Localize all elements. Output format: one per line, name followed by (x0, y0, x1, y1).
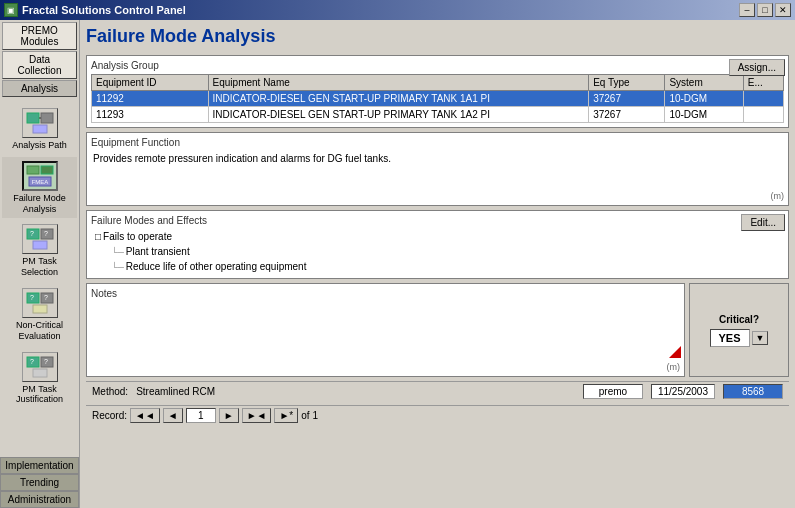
cell-system: 10-DGM (665, 91, 743, 107)
pm-task-label: PM Task Selection (4, 256, 75, 278)
critical-dropdown-arrow[interactable]: ▼ (752, 331, 769, 345)
svg-rect-3 (33, 125, 47, 133)
equipment-function-text: Provides remote pressuren indication and… (91, 151, 784, 191)
equipment-table: Equipment ID Equipment Name Eq Type Syst… (91, 74, 784, 123)
svg-text:?: ? (30, 230, 34, 237)
tree-item: └─ Reduce life of other operating equipm… (91, 259, 784, 274)
pm-justification-label: PM Task Justification (4, 384, 75, 406)
nav-current-page[interactable] (186, 408, 216, 423)
cell-id: 11292 (92, 91, 209, 107)
analysis-group-panel: Analysis Group Assign... Equipment ID Eq… (86, 55, 789, 128)
tree-expand-icon[interactable]: □ (95, 231, 101, 242)
notes-label: Notes (91, 288, 680, 299)
svg-rect-4 (27, 166, 39, 174)
cell-name: INDICATOR-DIESEL GEN START-UP PRIMARY TA… (208, 107, 589, 123)
status-field-1: premo (583, 384, 643, 399)
failure-modes-label: Failure Modes and Effects (91, 215, 784, 226)
svg-text:?: ? (44, 230, 48, 237)
svg-text:?: ? (44, 358, 48, 365)
bottom-row: Notes (m) Critical? YES ▼ (86, 283, 789, 377)
nav-total-pages: 1 (313, 410, 319, 421)
non-critical-icon: ? ? (22, 288, 58, 318)
tab-analysis[interactable]: Analysis (2, 80, 77, 97)
nav-prev-button[interactable]: ◄ (163, 408, 183, 423)
assign-button[interactable]: Assign... (729, 59, 785, 76)
nav-last-button[interactable]: ►◄ (242, 408, 272, 423)
table-row[interactable]: 11292 INDICATOR-DIESEL GEN START-UP PRIM… (92, 91, 784, 107)
status-field-3: 8568 (723, 384, 783, 399)
equipment-function-panel: Equipment Function Provides remote press… (86, 132, 789, 206)
notes-m-label: (m) (91, 362, 680, 372)
nav-end-button[interactable]: ►* (274, 408, 298, 423)
tree-item: └─ Plant transient (91, 244, 784, 259)
notes-text[interactable] (91, 302, 680, 362)
nav-of-label: of (301, 410, 309, 421)
tree-item-label: Reduce life of other operating equipment (126, 261, 307, 272)
minimize-button[interactable]: – (739, 3, 755, 17)
app-icon: ▣ (4, 3, 18, 17)
maximize-button[interactable]: □ (757, 3, 773, 17)
svg-rect-0 (27, 113, 39, 123)
table-row[interactable]: 11293 INDICATOR-DIESEL GEN START-UP PRIM… (92, 107, 784, 123)
cell-system: 10-DGM (665, 107, 743, 123)
sidebar-item-analysis-path[interactable]: Analysis Path (2, 104, 77, 155)
equipment-function-label: Equipment Function (91, 137, 784, 148)
status-bar: Method: Streamlined RCM premo 11/25/2003… (86, 381, 789, 401)
svg-text:?: ? (30, 294, 34, 301)
window-controls: – □ ✕ (739, 3, 791, 17)
cell-e (743, 107, 783, 123)
tree-item-label: Plant transient (126, 246, 190, 257)
window-title: Fractal Solutions Control Panel (22, 4, 186, 16)
sidebar-section-administration[interactable]: Administration (0, 491, 79, 508)
col-eq-type: Eq Type (589, 75, 665, 91)
cell-eq-type: 37267 (589, 91, 665, 107)
failure-mode-label: Failure Mode Analysis (4, 193, 75, 215)
sidebar-item-pm-justification[interactable]: ? ? PM Task Justification (2, 348, 77, 410)
nav-next-button[interactable]: ► (219, 408, 239, 423)
page-title: Failure Mode Analysis (86, 26, 789, 47)
method-value: Streamlined RCM (136, 386, 215, 397)
status-field-2: 11/25/2003 (651, 384, 715, 399)
record-label: Record: (92, 410, 127, 421)
sidebar-item-pm-task[interactable]: ? ? PM Task Selection (2, 220, 77, 282)
critical-value: YES (710, 329, 750, 347)
col-equipment-id: Equipment ID (92, 75, 209, 91)
notes-corner-indicator (669, 346, 681, 358)
tab-data-collection[interactable]: Data Collection (2, 51, 77, 79)
cell-eq-type: 37267 (589, 107, 665, 123)
critical-panel: Critical? YES ▼ (689, 283, 789, 377)
critical-select[interactable]: YES ▼ (710, 329, 769, 347)
col-system: System (665, 75, 743, 91)
failure-tree: □ Fails to operate└─ Plant transient└─ R… (91, 229, 784, 274)
pm-task-icon: ? ? (22, 224, 58, 254)
sidebar-item-failure-mode[interactable]: FMEA Failure Mode Analysis (2, 157, 77, 219)
content-area: Failure Mode Analysis Analysis Group Ass… (80, 20, 795, 508)
cell-e (743, 91, 783, 107)
cell-name: INDICATOR-DIESEL GEN START-UP PRIMARY TA… (208, 91, 589, 107)
nav-bar: Record: ◄◄ ◄ ► ►◄ ►* of 1 (86, 405, 789, 425)
notes-panel: Notes (m) (86, 283, 685, 377)
svg-rect-5 (41, 166, 53, 174)
title-bar: ▣ Fractal Solutions Control Panel – □ ✕ (0, 0, 795, 20)
sidebar-section-implementation[interactable]: Implementation (0, 457, 79, 474)
failure-modes-panel: Failure Modes and Effects Edit... □ Fail… (86, 210, 789, 279)
svg-rect-22 (33, 369, 47, 377)
svg-rect-1 (41, 113, 53, 123)
tree-item: □ Fails to operate (91, 229, 784, 244)
tree-line-icon: └─ (111, 247, 124, 257)
nav-first-button[interactable]: ◄◄ (130, 408, 160, 423)
edit-button[interactable]: Edit... (741, 214, 785, 231)
sidebar-section-trending[interactable]: Trending (0, 474, 79, 491)
analysis-group-label: Analysis Group (91, 60, 784, 71)
col-e: E... (743, 75, 783, 91)
tree-item-label: Fails to operate (103, 231, 172, 242)
sidebar: PREMO Modules Data Collection Analysis A… (0, 20, 80, 508)
col-equipment-name: Equipment Name (208, 75, 589, 91)
pm-justification-icon: ? ? (22, 352, 58, 382)
tab-premo-modules[interactable]: PREMO Modules (2, 22, 77, 50)
sidebar-item-non-critical[interactable]: ? ? Non-Critical Evaluation (2, 284, 77, 346)
svg-text:?: ? (44, 294, 48, 301)
tree-line-icon: └─ (111, 262, 124, 272)
close-button[interactable]: ✕ (775, 3, 791, 17)
svg-rect-17 (33, 305, 47, 313)
